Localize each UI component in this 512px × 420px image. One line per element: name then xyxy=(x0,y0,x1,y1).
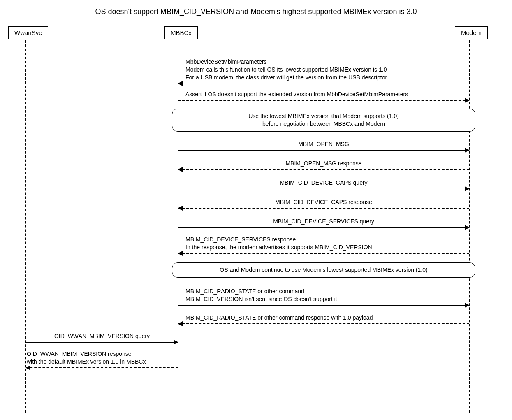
msg-oid-version-q: OID_WWAN_MBIM_VERSION query xyxy=(26,332,178,343)
msg-text: OID_WWAN_MBIM_VERSION query xyxy=(54,332,150,340)
msg-text: For a USB modem, the class driver will g… xyxy=(185,74,387,81)
msg-device-caps-q: MBIM_CID_DEVICE_CAPS query xyxy=(178,179,469,189)
note-text: Use the lowest MBIMEx version that Modem… xyxy=(176,112,471,120)
msg-text: MBIM_OPEN_MSG xyxy=(298,140,349,148)
msg-open: MBIM_OPEN_MSG xyxy=(178,140,469,151)
arrowhead-icon xyxy=(465,186,470,191)
msg-text: Assert if OS doesn't support the extende… xyxy=(185,90,408,98)
note-text: before negotiation between MBBCx and Mod… xyxy=(176,120,471,128)
actor-label: Modem xyxy=(461,29,482,36)
actor-mbbcx: MBBCx xyxy=(164,26,198,39)
actor-label: MBBCx xyxy=(171,29,192,36)
note-lowest-version: Use the lowest MBIMEx version that Modem… xyxy=(172,109,475,132)
arrowhead-icon xyxy=(465,303,470,308)
msg-text: MBIM_CID_RADIO_STATE or other command re… xyxy=(185,314,373,322)
arrowhead-icon xyxy=(178,321,183,326)
arrowhead-icon xyxy=(465,148,470,153)
msg-text: MBIM_OPEN_MSG response xyxy=(285,160,361,167)
msg-text: MBIM_CID_DEVICE_CAPS query xyxy=(280,179,367,187)
msg-assert: Assert if OS doesn't support the extende… xyxy=(178,90,469,101)
msg-radio-state: MBIM_CID_RADIO_STATE or other command MB… xyxy=(178,287,469,306)
arrowhead-icon xyxy=(178,167,183,172)
note-continue-lowest: OS and Modem continue to use Modem's low… xyxy=(172,262,475,278)
msg-open-resp: MBIM_OPEN_MSG response xyxy=(178,159,469,170)
msg-text: MBIM_CID_VERSION isn't sent since OS doe… xyxy=(185,295,337,303)
note-text: OS and Modem continue to use Modem's low… xyxy=(176,266,471,274)
arrowhead-icon xyxy=(178,81,183,86)
msg-text: MBIM_CID_DEVICE_SERVICES response xyxy=(185,236,372,244)
msg-text: Modem calls this function to tell OS its… xyxy=(185,66,387,74)
msg-device-caps-r: MBIM_CID_DEVICE_CAPS response xyxy=(178,198,469,209)
msg-text: MbbDeviceSetMbimParameters xyxy=(185,58,387,66)
msg-text: MBIM_CID_DEVICE_CAPS response xyxy=(275,198,372,206)
msg-device-services-r: MBIM_CID_DEVICE_SERVICES response In the… xyxy=(178,235,469,254)
arrowhead-icon xyxy=(25,365,30,370)
actor-wwansvc: WwanSvc xyxy=(8,26,48,39)
arrowhead-icon xyxy=(465,225,470,230)
actor-modem: Modem xyxy=(455,26,488,39)
arrowhead-icon xyxy=(178,206,183,211)
arrowhead-icon xyxy=(465,98,470,103)
diagram-title: OS doesn't support MBIM_CID_VERSION and … xyxy=(0,7,512,16)
msg-text: In the response, the modem advertises it… xyxy=(185,244,372,251)
sequence-diagram: OS doesn't support MBIM_CID_VERSION and … xyxy=(0,0,512,420)
actor-label: WwanSvc xyxy=(14,29,42,36)
msg-device-services-q: MBIM_CID_DEVICE_SERVICES query xyxy=(178,217,469,228)
msg-mbb-set-params: MbbDeviceSetMbimParameters Modem calls t… xyxy=(178,58,469,84)
msg-oid-version-r: OID_WWAN_MBIM_VERSION response with the … xyxy=(26,350,178,368)
msg-text: OID_WWAN_MBIM_VERSION response xyxy=(27,350,146,358)
arrowhead-icon xyxy=(178,251,183,256)
msg-text: with the default MBIMEx version 1.0 in M… xyxy=(27,358,146,366)
arrowhead-icon xyxy=(174,340,178,345)
msg-text: MBIM_CID_DEVICE_SERVICES query xyxy=(273,218,374,225)
msg-text: MBIM_CID_RADIO_STATE or other command xyxy=(185,288,337,295)
msg-radio-state-r: MBIM_CID_RADIO_STATE or other command re… xyxy=(178,313,469,324)
